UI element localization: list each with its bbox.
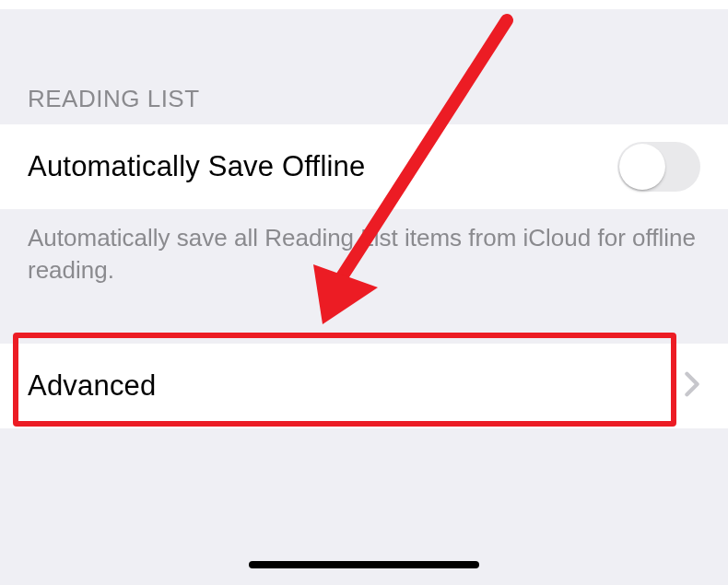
section-header-reading-list: READING LIST [0,9,728,124]
toggle-knob [619,144,665,190]
row-label-advanced: Advanced [28,369,156,403]
section-footer-reading-list: Automatically save all Reading List item… [0,209,728,287]
row-auto-save-offline[interactable]: Automatically Save Offline [0,124,728,209]
chevron-right-icon [684,371,700,401]
section-spacer [0,287,728,344]
row-advanced[interactable]: Advanced [0,344,728,428]
home-indicator [249,561,479,568]
top-bar [0,0,728,9]
toggle-auto-save-offline[interactable] [617,142,700,192]
row-label-auto-save: Automatically Save Offline [28,150,365,183]
